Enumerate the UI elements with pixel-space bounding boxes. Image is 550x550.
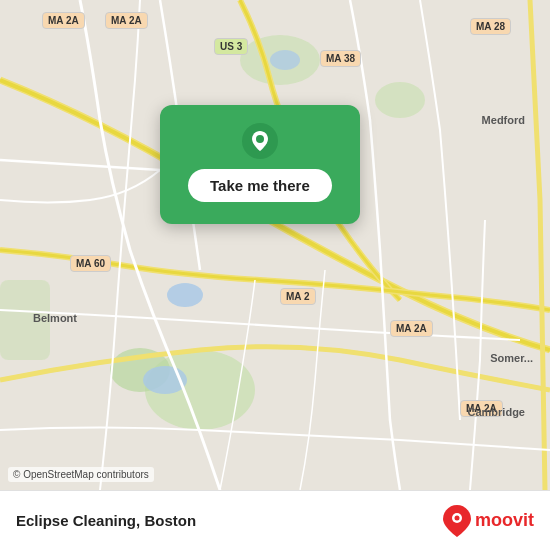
- map-label-ma60: MA 60: [70, 255, 111, 272]
- take-me-there-button[interactable]: Take me there: [188, 169, 332, 202]
- moovit-text: moovit: [475, 510, 534, 531]
- map-label-somerville: Somer...: [485, 350, 538, 366]
- map-label-ma2a-2: MA 2A: [105, 12, 148, 29]
- map-label-ma2a-1: MA 2A: [42, 12, 85, 29]
- bottom-bar: Eclipse Cleaning, Boston moovit: [0, 490, 550, 550]
- map-label-cambridge: Cambridge: [463, 404, 530, 420]
- location-city: Boston: [144, 512, 196, 529]
- svg-point-1: [145, 350, 255, 430]
- location-info: Eclipse Cleaning, Boston: [16, 512, 196, 529]
- map-label-ma28: MA 28: [470, 18, 511, 35]
- moovit-icon: [443, 505, 471, 537]
- svg-point-12: [454, 515, 459, 520]
- moovit-logo: moovit: [443, 505, 534, 537]
- svg-point-4: [375, 82, 425, 118]
- map-label-us3: US 3: [214, 38, 248, 55]
- map-label-medford: Medford: [477, 112, 530, 128]
- svg-point-7: [143, 366, 187, 394]
- map-label-ma2a-mid: MA 2A: [390, 320, 433, 337]
- svg-point-6: [167, 283, 203, 307]
- map-popup: Take me there: [160, 105, 360, 224]
- location-title: Eclipse Cleaning, Boston: [16, 512, 196, 529]
- map-label-ma38: MA 38: [320, 50, 361, 67]
- svg-point-2: [110, 348, 170, 392]
- location-pin-icon: [242, 123, 278, 159]
- map-container: US 3 MA 2A MA 2A MA 38 MA 28 MA 60 MA 2 …: [0, 0, 550, 490]
- location-name: Eclipse Cleaning: [16, 512, 136, 529]
- map-label-ma2: MA 2: [280, 288, 316, 305]
- svg-point-10: [256, 135, 264, 143]
- map-attribution: © OpenStreetMap contributors: [8, 467, 154, 482]
- svg-point-3: [240, 35, 320, 85]
- map-label-belmont: Belmont: [28, 310, 82, 326]
- svg-point-8: [270, 50, 300, 70]
